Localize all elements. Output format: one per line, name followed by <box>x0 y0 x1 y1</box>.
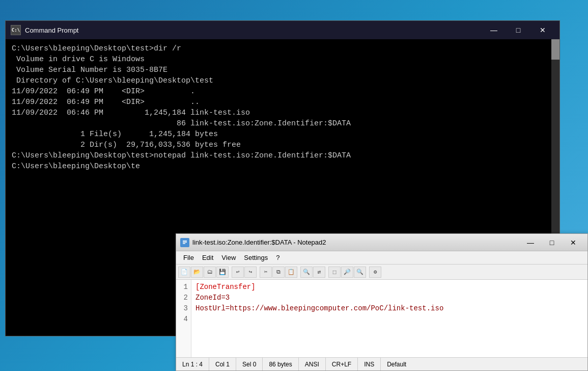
status-position: Ln 1 : 4 <box>176 358 209 370</box>
status-ins: INS <box>358 358 381 370</box>
cmd-title: Command Prompt <box>25 26 482 34</box>
svg-rect-2 <box>183 242 187 243</box>
cmd-line-10: 11/09/2022 06:46 PM 1,245,184 link-test.… <box>12 108 553 118</box>
line-numbers: 1 2 3 4 <box>176 280 191 357</box>
notepad-window: link-test.iso:Zone.Identifier:$DATA - No… <box>176 233 588 371</box>
editor-line-3: HostUrl=https://www.bleepingcomputer.com… <box>195 303 583 314</box>
toolbar-save[interactable]: 💾 <box>216 267 229 278</box>
cmd-minimize-button[interactable]: — <box>482 22 506 38</box>
toolbar-find[interactable]: 🔍 <box>300 267 313 278</box>
cmd-line-12: 1 File(s) 1,245,184 bytes <box>12 129 553 140</box>
toolbar-copy[interactable]: ⧉ <box>272 267 285 278</box>
scrollbar-thumb[interactable] <box>551 39 559 60</box>
cmd-maximize-button[interactable]: □ <box>507 22 530 38</box>
cmd-line-6: Directory of C:\Users\bleeping\Desktop\t… <box>12 75 553 86</box>
toolbar-undo[interactable]: ↩ <box>232 267 244 278</box>
editor-line-2: ZoneId=3 <box>195 293 583 303</box>
cmd-line-13: 2 Dir(s) 29,716,033,536 bytes free <box>12 140 553 150</box>
status-encoding: ANSI <box>299 358 326 370</box>
menu-view[interactable]: View <box>217 253 240 262</box>
toolbar-redo[interactable]: ↪ <box>244 267 257 278</box>
cmd-line-2: C:\Users\bleeping\Desktop\test>dir /r <box>12 43 553 54</box>
notepad-editor[interactable]: 1 2 3 4 [ZoneTransfer] ZoneId=3 HostUrl=… <box>176 280 587 357</box>
editor-line-1: [ZoneTransfer] <box>195 282 583 293</box>
svg-rect-3 <box>183 243 185 244</box>
cmd-controls: — □ ✕ <box>482 22 554 38</box>
menu-edit[interactable]: Edit <box>198 253 217 262</box>
notepad-titlebar: link-test.iso:Zone.Identifier:$DATA - No… <box>176 234 587 251</box>
toolbar-zoom-in[interactable]: 🔎 <box>341 267 353 278</box>
notepad-title: link-test.iso:Zone.Identifier:$DATA - No… <box>192 238 520 246</box>
toolbar-replace[interactable]: ⇄ <box>313 267 325 278</box>
line-num-4: 4 <box>179 314 188 325</box>
notepad-toolbar: 📄 📂 🗂 💾 ↩ ↪ ✂ ⧉ 📋 🔍 ⇄ ⬚ 🔎 🔍 ⚙ <box>176 264 587 280</box>
notepad-minimize-button[interactable]: — <box>520 236 541 249</box>
toolbar-wrap[interactable]: ⬚ <box>328 267 341 278</box>
editor-text-area[interactable]: [ZoneTransfer] ZoneId=3 HostUrl=https://… <box>191 280 587 357</box>
notepad-close-button[interactable]: ✕ <box>563 236 583 249</box>
toolbar-new[interactable]: 📄 <box>178 267 190 278</box>
toolbar-cut[interactable]: ✂ <box>260 267 272 278</box>
cmd-line-8: 11/09/2022 06:49 PM <DIR> . <box>12 86 553 97</box>
cmd-line-3: Volume in drive C is Windows <box>12 54 553 65</box>
toolbar-open[interactable]: 📂 <box>191 267 203 278</box>
notepad-menubar: File Edit View Settings ? <box>176 251 587 264</box>
toolbar-open2[interactable]: 🗂 <box>204 267 216 278</box>
svg-rect-1 <box>183 241 187 242</box>
status-size: 86 bytes <box>263 358 298 370</box>
cmd-line-4: Volume Serial Number is 3035-8B7E <box>12 65 553 75</box>
cmd-line-17: C:\Users\bleeping\Desktop\te <box>12 161 553 172</box>
cmd-line-11: 86 link-test.iso:Zone.Identifier:$DATA <box>12 118 553 129</box>
line-num-2: 2 <box>179 293 188 303</box>
line-num-1: 1 <box>179 282 188 293</box>
cmd-icon: C:\ <box>11 25 21 35</box>
notepad-icon <box>180 238 189 247</box>
status-mode: Default <box>381 358 412 370</box>
toolbar-zoom-out[interactable]: 🔍 <box>354 267 366 278</box>
notepad-statusbar: Ln 1 : 4 Col 1 Sel 0 86 bytes ANSI CR+LF… <box>176 357 587 370</box>
status-col: Col 1 <box>209 358 236 370</box>
menu-help[interactable]: ? <box>272 253 284 262</box>
cmd-titlebar: C:\ Command Prompt — □ ✕ <box>6 21 559 39</box>
notepad-maximize-button[interactable]: □ <box>542 236 562 249</box>
cmd-close-button[interactable]: ✕ <box>531 22 554 38</box>
notepad-controls: — □ ✕ <box>520 236 583 249</box>
menu-settings[interactable]: Settings <box>240 253 272 262</box>
status-lineending: CR+LF <box>326 358 358 370</box>
status-sel: Sel 0 <box>236 358 263 370</box>
line-num-3: 3 <box>179 303 188 314</box>
cmd-line-15: C:\Users\bleeping\Desktop\test>notepad l… <box>12 150 553 161</box>
menu-file[interactable]: File <box>179 253 198 262</box>
toolbar-paste[interactable]: 📋 <box>285 267 297 278</box>
cmd-line-9: 11/09/2022 06:49 PM <DIR> .. <box>12 97 553 108</box>
toolbar-settings[interactable]: ⚙ <box>369 267 381 278</box>
